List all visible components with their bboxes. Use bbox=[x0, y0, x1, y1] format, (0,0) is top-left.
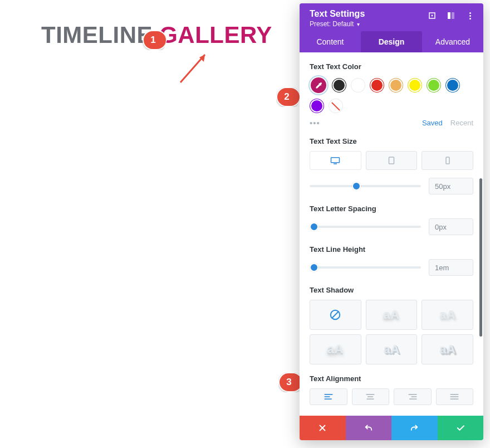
shadow-preset-4[interactable]: aA bbox=[366, 334, 418, 364]
tab-advanced[interactable]: Advanced bbox=[422, 31, 483, 52]
columns-icon[interactable] bbox=[447, 11, 455, 20]
preset-selector[interactable]: Preset: Default ▾ bbox=[310, 20, 473, 28]
swatch-white[interactable] bbox=[351, 78, 365, 92]
svg-rect-4 bbox=[448, 12, 450, 19]
align-left-icon bbox=[324, 393, 334, 401]
eyedropper-icon bbox=[315, 81, 323, 90]
undo-icon bbox=[364, 423, 374, 433]
shadow-preset-1[interactable]: aA bbox=[366, 300, 418, 330]
label-line-height: Text Line Height bbox=[310, 245, 473, 254]
svg-rect-9 bbox=[446, 157, 449, 164]
swatch-yellow[interactable] bbox=[408, 78, 422, 92]
label-text-size: Text Text Size bbox=[310, 137, 473, 145]
swatch-orange[interactable] bbox=[389, 78, 403, 92]
panel-body: Text Text Color ••• Saved Recent bbox=[300, 52, 483, 416]
tab-content[interactable]: Content bbox=[300, 31, 361, 52]
shadow-none[interactable] bbox=[310, 300, 361, 330]
text-size-value[interactable]: 50px bbox=[429, 178, 473, 194]
line-height-slider[interactable] bbox=[310, 262, 421, 272]
label-letter-spacing: Text Letter Spacing bbox=[310, 204, 473, 213]
panel-tabs: Content Design Advanced bbox=[300, 31, 483, 52]
arrow-annotation bbox=[176, 49, 215, 88]
shadow-sample: aA bbox=[327, 342, 344, 357]
discard-button[interactable] bbox=[300, 416, 346, 440]
label-text-color: Text Text Color bbox=[310, 62, 473, 71]
redo-icon bbox=[409, 423, 419, 433]
swatch-brand-magenta[interactable] bbox=[310, 76, 327, 94]
phone-icon bbox=[443, 157, 453, 164]
tablet-icon bbox=[386, 157, 396, 164]
scrollbar[interactable] bbox=[479, 178, 482, 337]
settings-panel: Text Settings Preset: Default ▾ Content … bbox=[300, 3, 483, 440]
save-button[interactable] bbox=[438, 416, 484, 440]
align-center-icon bbox=[365, 393, 375, 401]
panel-header: Text Settings Preset: Default ▾ bbox=[300, 3, 483, 31]
swatch-red[interactable] bbox=[370, 78, 384, 92]
shadow-presets: aA aA aA aA aA bbox=[310, 300, 473, 364]
caret-down-icon: ▾ bbox=[357, 21, 360, 27]
shadow-sample: aA bbox=[383, 308, 399, 322]
callout-2: 2 bbox=[276, 87, 301, 107]
shadow-sample: aA bbox=[439, 308, 455, 322]
swatch-purple[interactable] bbox=[310, 99, 324, 113]
redo-button[interactable] bbox=[391, 416, 438, 440]
swatch-none[interactable] bbox=[329, 99, 343, 113]
alignment-options bbox=[310, 388, 473, 405]
align-right-icon bbox=[408, 393, 418, 401]
preset-label: Preset: Default bbox=[310, 20, 354, 28]
saved-link[interactable]: Saved bbox=[422, 119, 443, 127]
align-justify[interactable] bbox=[436, 388, 474, 405]
color-swatches bbox=[310, 76, 473, 113]
heading-word-1: TIMELINE bbox=[41, 22, 153, 48]
shadow-sample: aA bbox=[439, 342, 455, 357]
svg-rect-8 bbox=[389, 157, 394, 164]
shadow-preset-3[interactable]: aA bbox=[310, 334, 361, 364]
no-icon bbox=[329, 309, 341, 321]
line-height-value[interactable]: 1em bbox=[429, 259, 473, 276]
swatch-green[interactable] bbox=[427, 78, 441, 92]
swatch-blue[interactable] bbox=[445, 78, 460, 92]
letter-spacing-slider[interactable] bbox=[310, 222, 421, 232]
more-menu-icon[interactable] bbox=[465, 11, 474, 20]
expand-icon[interactable] bbox=[428, 11, 437, 20]
svg-point-3 bbox=[432, 15, 433, 17]
shadow-preset-5[interactable]: aA bbox=[422, 334, 473, 364]
align-center[interactable] bbox=[352, 388, 390, 405]
heading-word-2: GALLERY bbox=[159, 22, 272, 48]
device-desktop[interactable] bbox=[310, 151, 361, 170]
desktop-icon bbox=[330, 157, 340, 164]
label-shadow: Text Shadow bbox=[310, 286, 473, 294]
align-right[interactable] bbox=[394, 388, 432, 405]
shadow-sample: aA bbox=[383, 342, 399, 357]
letter-spacing-value[interactable]: 0px bbox=[429, 218, 473, 235]
align-justify-icon bbox=[449, 393, 459, 401]
check-icon bbox=[455, 423, 465, 433]
recent-link[interactable]: Recent bbox=[450, 119, 473, 127]
device-phone[interactable] bbox=[422, 151, 473, 170]
device-tablet[interactable] bbox=[366, 151, 418, 170]
label-alignment: Text Alignment bbox=[310, 374, 473, 383]
svg-line-11 bbox=[332, 311, 339, 319]
svg-rect-6 bbox=[331, 158, 340, 163]
close-icon bbox=[317, 423, 327, 433]
more-swatches-icon[interactable]: ••• bbox=[310, 119, 320, 127]
swatch-black[interactable] bbox=[332, 78, 346, 92]
label-color-mode: Text Color bbox=[310, 415, 473, 416]
svg-rect-5 bbox=[452, 12, 454, 19]
responsive-device-toggle bbox=[310, 151, 473, 170]
align-left[interactable] bbox=[310, 388, 347, 405]
callout-1: 1 bbox=[143, 30, 167, 50]
tab-design[interactable]: Design bbox=[361, 31, 422, 52]
panel-footer bbox=[300, 416, 483, 440]
undo-button[interactable] bbox=[346, 416, 392, 440]
shadow-preset-2[interactable]: aA bbox=[422, 300, 473, 330]
text-size-slider[interactable] bbox=[310, 181, 421, 191]
